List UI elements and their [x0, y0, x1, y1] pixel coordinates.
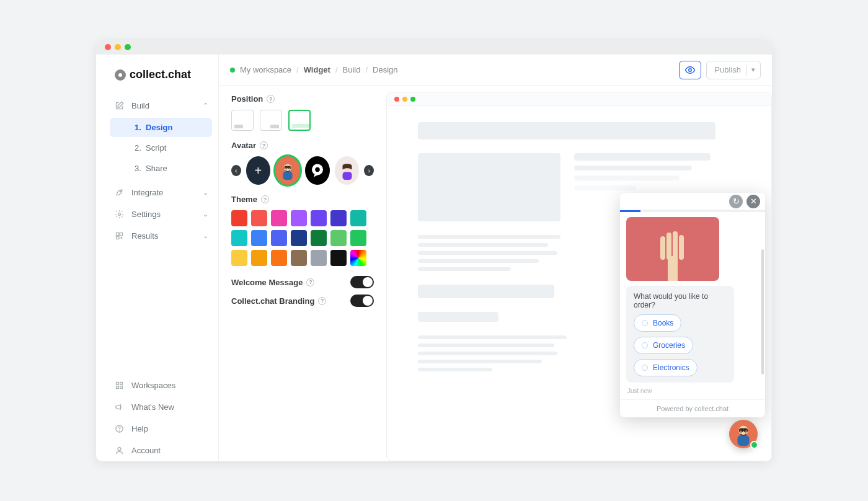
theme-swatch-6[interactable]	[350, 210, 366, 226]
help-icon[interactable]: ?	[260, 141, 268, 149]
branding-toggle[interactable]	[350, 295, 374, 307]
nav-integrate[interactable]: Integrate ⌄	[96, 182, 218, 203]
help-icon[interactable]: ?	[306, 278, 314, 286]
chevron-down-icon: ⌄	[203, 232, 208, 240]
theme-swatch-8[interactable]	[251, 230, 267, 246]
theme-swatch-19[interactable]	[330, 250, 347, 266]
svg-rect-3	[120, 233, 122, 236]
svg-point-19	[315, 167, 320, 172]
help-icon	[115, 424, 124, 433]
svg-rect-23	[660, 236, 665, 260]
topbar: My workspace / Widget / Build / Design P…	[219, 55, 772, 86]
chat-powered-by[interactable]: Powered by collect.chat	[620, 399, 765, 417]
user-icon	[115, 446, 124, 455]
nav-label: Results	[131, 231, 158, 241]
nav-workspaces[interactable]: Workspaces	[96, 375, 218, 396]
svg-rect-22	[668, 256, 678, 281]
help-icon[interactable]: ?	[267, 95, 275, 103]
traffic-light-close[interactable]	[105, 44, 111, 50]
position-bottom-left[interactable]	[231, 110, 254, 131]
nav-sub-script[interactable]: 2. Script	[110, 138, 212, 157]
chat-widget: ↻ ✕	[620, 193, 765, 417]
avatar-prev-button[interactable]: ‹	[231, 165, 241, 176]
theme-swatch-16[interactable]	[271, 250, 287, 266]
crumb-build[interactable]: Build	[343, 65, 361, 74]
app-name: collect.chat	[130, 68, 191, 81]
chat-close-button[interactable]: ✕	[746, 195, 760, 208]
traffic-light-min[interactable]	[115, 44, 121, 50]
nav-results[interactable]: Results ⌄	[96, 225, 218, 247]
theme-swatch-9[interactable]	[271, 230, 287, 246]
avatar-add-button[interactable]: +	[246, 156, 271, 185]
svg-rect-2	[117, 233, 119, 236]
nav-label: Settings	[131, 210, 161, 219]
chevron-down-icon: ⌄	[203, 210, 208, 218]
nav-label: Account	[131, 446, 161, 455]
results-icon	[115, 231, 124, 241]
crumb-workspace[interactable]: My workspace	[240, 65, 291, 74]
chat-option-2[interactable]: Electronics	[634, 359, 698, 376]
theme-swatch-12[interactable]	[330, 230, 347, 246]
crumb-widget[interactable]: Widget	[304, 65, 330, 74]
theme-swatch-5[interactable]	[330, 210, 347, 226]
nav-account[interactable]: Account	[96, 440, 218, 461]
avatar-option-1[interactable]	[275, 156, 300, 185]
theme-swatch-14[interactable]	[231, 250, 247, 266]
app-logo: collect.chat	[96, 61, 218, 92]
svg-rect-26	[679, 235, 684, 260]
traffic-light-max[interactable]	[125, 44, 131, 50]
help-icon[interactable]: ?	[318, 297, 326, 305]
chat-option-0[interactable]: Books	[634, 314, 681, 332]
nav-whatsnew[interactable]: What's New	[96, 396, 218, 418]
help-icon[interactable]: ?	[261, 195, 269, 203]
publish-button[interactable]: Publish ▾	[706, 61, 761, 79]
preview-button[interactable]	[679, 61, 701, 79]
theme-swatch-20[interactable]	[350, 250, 366, 266]
chevron-down-icon: ⌄	[203, 188, 208, 197]
chat-prompt-text: What would you like to order?	[634, 292, 727, 309]
nav-sub-design[interactable]: 1. Design	[110, 118, 212, 137]
nav-label: Integrate	[131, 188, 163, 197]
chat-bot-bubble: What would you like to order? Books Groc…	[626, 286, 734, 383]
person-icon	[338, 161, 356, 180]
theme-swatch-13[interactable]	[350, 230, 366, 246]
theme-swatch-0[interactable]	[231, 210, 247, 226]
chat-option-1[interactable]: Groceries	[634, 337, 693, 354]
crumb-design[interactable]: Design	[373, 65, 397, 74]
svg-rect-21	[342, 172, 352, 180]
theme-swatch-2[interactable]	[271, 210, 287, 226]
chat-launcher-button[interactable]	[729, 420, 758, 448]
nav-settings[interactable]: Settings ⌄	[96, 203, 218, 225]
chat-refresh-button[interactable]: ↻	[729, 195, 743, 208]
chevron-down-icon: ▾	[751, 66, 755, 74]
eye-icon	[684, 64, 696, 76]
nav-help[interactable]: Help	[96, 418, 218, 440]
svg-rect-25	[673, 231, 678, 260]
person-icon	[278, 161, 297, 180]
chat-welcome-image	[626, 217, 719, 281]
theme-swatch-18[interactable]	[311, 250, 327, 266]
position-fullwidth[interactable]	[288, 110, 311, 131]
position-bottom-right[interactable]	[260, 110, 282, 131]
theme-swatch-4[interactable]	[311, 210, 327, 226]
welcome-message-toggle[interactable]	[350, 276, 374, 288]
theme-swatch-7[interactable]	[231, 230, 247, 246]
theme-swatch-17[interactable]	[291, 250, 307, 266]
theme-label: Theme ?	[231, 195, 374, 204]
theme-swatch-11[interactable]	[311, 230, 327, 246]
sidebar: collect.chat Build ⌃ 1. Design 2. Script	[96, 55, 219, 461]
nav-sub-share[interactable]: 3. Share	[110, 159, 212, 178]
svg-rect-8	[120, 386, 123, 389]
theme-swatch-3[interactable]	[291, 210, 307, 226]
nav-build[interactable]: Build ⌃	[96, 95, 218, 117]
svg-rect-24	[666, 233, 671, 260]
theme-swatch-10[interactable]	[291, 230, 307, 246]
chat-scrollbar[interactable]	[761, 249, 764, 375]
theme-swatch-1[interactable]	[251, 210, 267, 226]
theme-swatch-15[interactable]	[251, 250, 267, 266]
svg-rect-5	[117, 383, 119, 385]
avatar-option-2[interactable]	[305, 156, 330, 185]
nav-label: Build	[131, 101, 149, 110]
avatar-option-3[interactable]	[335, 156, 360, 185]
avatar-next-button[interactable]: ›	[364, 165, 374, 176]
